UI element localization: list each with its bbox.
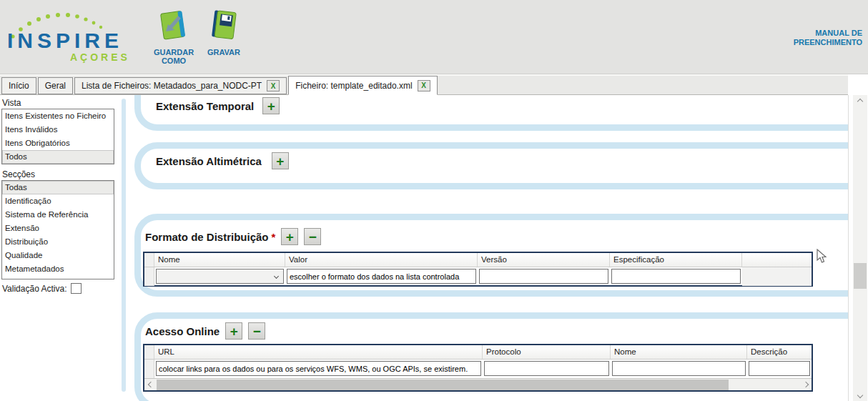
validacao-checkbox[interactable] [71, 283, 82, 294]
close-tab-button[interactable]: X [267, 80, 280, 91]
add-button-extensao-temporal[interactable]: + [262, 97, 280, 114]
nome-input[interactable] [612, 361, 746, 376]
save-as-icon [156, 9, 192, 43]
save-label: GRAVAR [200, 48, 247, 56]
nome-dropdown[interactable] [156, 269, 284, 284]
especificacao-input[interactable] [611, 269, 741, 284]
horizontal-scrollbar-thumb[interactable] [157, 380, 729, 390]
sidebar-item-itens-existentes[interactable]: Itens Existentes no Ficheiro [2, 109, 114, 123]
table-header-row: URL Protocolo Nome Descrição [144, 345, 812, 360]
section-title-acesso-online: Acesso Online [145, 325, 220, 337]
editor-content: Extensão Temporal + Extensão Altimétrica… [119, 95, 848, 401]
valor-input[interactable] [287, 269, 476, 284]
table-header-row: Nome Valor Versão Especificação [144, 253, 812, 267]
scroll-down-button[interactable] [853, 389, 867, 401]
add-button-acesso[interactable]: + [225, 322, 242, 340]
minus-icon: − [309, 230, 317, 244]
add-button-formato[interactable]: + [281, 228, 298, 245]
sidebar-item-extensao[interactable]: Extensão [2, 222, 114, 235]
tab-label: Início [9, 81, 29, 91]
sidebar-item-sistema-referencia[interactable]: Sistema de Referência [2, 208, 114, 222]
column-header-nome: Nome [611, 345, 747, 359]
add-button-extensao-altimetrica[interactable]: + [272, 152, 289, 169]
tab-strip: Início Geral Lista de Ficheiros: Metadad… [0, 74, 848, 95]
vertical-scrollbar[interactable] [853, 95, 867, 401]
plus-icon: + [276, 154, 284, 168]
plus-icon: + [267, 99, 275, 113]
tab-geral[interactable]: Geral [38, 77, 73, 94]
protocolo-input[interactable] [484, 361, 609, 376]
save-as-label: GUARDAR COMO [150, 48, 197, 65]
inspire-logo: INSPIRE AÇORES [6, 7, 152, 68]
sidebar-item-todas[interactable]: Todas [2, 181, 114, 194]
column-header-nome: Nome [154, 253, 285, 267]
minus-icon: − [253, 325, 261, 338]
sidebar-item-metametadados[interactable]: Metametadados [2, 262, 114, 276]
descricao-input[interactable] [749, 361, 810, 376]
save-as-button[interactable]: GUARDAR COMO [150, 9, 197, 65]
acesso-online-table: URL Protocolo Nome Descrição [143, 344, 813, 392]
sidebar-item-identificacao[interactable]: Identificação [2, 194, 114, 208]
tab-label: Lista de Ficheiros: Metadados_para_NODC-… [82, 81, 262, 91]
seccoes-label: Secções [2, 169, 35, 179]
table-row [144, 267, 812, 286]
plus-icon: + [230, 325, 238, 338]
sidebar: Vista Itens Existentes no Ficheiro Itens… [0, 95, 119, 401]
tab-label: Ficheiro: template_editado.xml [295, 81, 412, 91]
vista-listbox: Itens Existentes no Ficheiro Itens Invál… [1, 109, 114, 164]
content-divider [848, 95, 849, 401]
app-header: INSPIRE AÇORES GUARDAR COMO GRAVAR MANUA… [0, 0, 868, 74]
tab-inicio[interactable]: Início [1, 77, 36, 94]
tab-lista-ficheiros[interactable]: Lista de Ficheiros: Metadados_para_NODC-… [74, 77, 287, 94]
close-tab-button[interactable]: X [418, 80, 430, 91]
remove-button-formato[interactable]: − [304, 228, 321, 245]
column-header-descricao: Descrição [747, 345, 812, 359]
formato-distribuicao-table: Nome Valor Versão Especificação [143, 252, 813, 287]
row-selector-header [144, 345, 154, 359]
close-icon: X [271, 82, 276, 90]
manual-link[interactable]: MANUAL DE PREENCHIMENTO [776, 29, 862, 47]
save-icon [206, 9, 242, 43]
sidebar-item-distribuicao[interactable]: Distribuição [2, 235, 114, 249]
vista-label: Vista [2, 98, 21, 108]
seccoes-listbox: Todas Identificação Sistema de Referênci… [1, 180, 114, 279]
logo-subtitle: AÇORES [70, 51, 130, 63]
empty-cell [742, 267, 812, 286]
chevron-left-icon [147, 382, 153, 387]
remove-button-acesso[interactable]: − [248, 322, 265, 340]
tab-ficheiro-template[interactable]: Ficheiro: template_editado.xml X [288, 76, 437, 95]
save-button[interactable]: GRAVAR [200, 9, 247, 56]
chevron-down-icon [274, 274, 279, 279]
url-input[interactable] [156, 361, 481, 376]
versao-input[interactable] [479, 269, 608, 284]
column-header-url: URL [154, 345, 483, 359]
table-row [144, 360, 812, 378]
close-icon: X [421, 81, 426, 89]
sidebar-item-itens-obrigatorios[interactable]: Itens Obrigatórios [2, 137, 114, 150]
section-title-extensao-altimetrica: Extensão Altimétrica [156, 155, 262, 167]
section-title-extensao-temporal: Extensão Temporal [156, 100, 254, 112]
row-selector-cell[interactable] [144, 267, 154, 286]
column-header-valor: Valor [285, 253, 478, 267]
row-selector-header [144, 253, 154, 267]
scroll-up-button[interactable] [853, 95, 867, 107]
sidebar-item-todos[interactable]: Todos [2, 150, 114, 164]
scroll-left-button[interactable] [144, 379, 157, 390]
horizontal-scrollbar[interactable] [144, 378, 812, 390]
chevron-down-icon [857, 392, 863, 397]
tab-label: Geral [45, 81, 66, 91]
column-header-extra [742, 253, 812, 267]
vertical-scrollbar-thumb[interactable] [854, 263, 867, 289]
chevron-up-icon [857, 98, 863, 104]
sidebar-item-itens-invalidos[interactable]: Itens Inválidos [2, 123, 114, 137]
logo-title: INSPIRE [7, 29, 123, 53]
scroll-right-button[interactable] [799, 379, 812, 390]
validacao-label: Validação Activa: [2, 284, 67, 294]
row-selector-cell[interactable] [144, 360, 154, 378]
section-title-formato-distribuicao: Formato de Distribuição [145, 231, 269, 243]
content-accent-line [122, 99, 126, 392]
column-header-versao: Versão [478, 253, 610, 267]
chevron-right-icon [802, 382, 808, 387]
required-asterisk: * [272, 231, 276, 243]
sidebar-item-qualidade[interactable]: Qualidade [2, 249, 114, 262]
